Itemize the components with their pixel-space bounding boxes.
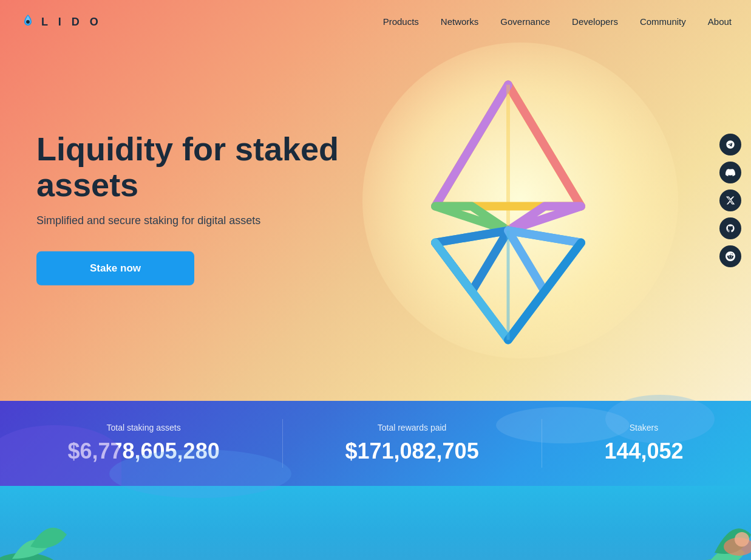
blob-decoration-left [0,425,121,486]
scenic-bottom [0,486,751,560]
hero-content: Liquidity for staked assets Simplified a… [36,131,401,285]
foliage-right [630,486,751,560]
stake-now-button[interactable]: Stake now [36,251,194,285]
stat-stakers-label: Stakers [604,423,683,432]
hero-subtitle: Simplified and secure staking for digita… [36,214,401,227]
telegram-icon[interactable] [719,134,741,155]
nav-community[interactable]: Community [640,16,686,27]
nav-products[interactable]: Products [383,16,419,27]
svg-marker-11 [508,243,581,340]
discord-icon[interactable] [719,162,741,183]
nav-links: Products Networks Governance Developers … [383,16,732,27]
stat-total-rewards-value: $171,082,705 [345,439,478,464]
blob-tl [109,449,291,498]
svg-point-21 [735,532,749,547]
svg-point-0 [26,20,30,24]
stat-total-rewards: Total rewards paid $171,082,705 [345,423,478,464]
nav-developers[interactable]: Developers [572,16,618,27]
svg-marker-2 [508,85,581,207]
stat-stakers: Stakers 144,052 [604,423,683,464]
logo-text: L I D O [41,16,102,29]
stat-divider-1 [282,419,283,468]
twitter-icon[interactable] [719,190,741,211]
hero-background: Liquidity for staked assets Simplified a… [0,0,751,401]
hero-title: Liquidity for staked assets [36,131,401,203]
navbar: L I D O Products Networks Governance Dev… [0,0,751,44]
svg-marker-10 [435,243,508,340]
github-icon[interactable] [719,217,741,239]
eth-diamond-illustration [362,61,654,352]
stat-total-staking-label: Total staking assets [67,423,219,432]
nav-governance[interactable]: Governance [500,16,550,27]
stat-total-rewards-label: Total rewards paid [345,423,478,432]
svg-marker-3 [435,85,508,207]
reddit-icon[interactable] [719,245,741,267]
logo-link[interactable]: L I D O [19,13,102,30]
logo-icon [19,13,36,30]
nav-networks[interactable]: Networks [441,16,479,27]
social-sidebar [719,134,741,267]
hero-section: L I D O Products Networks Governance Dev… [0,0,751,401]
stats-bar: Total staking assets $6,778,605,280 Tota… [0,401,751,486]
nav-about[interactable]: About [708,16,732,27]
